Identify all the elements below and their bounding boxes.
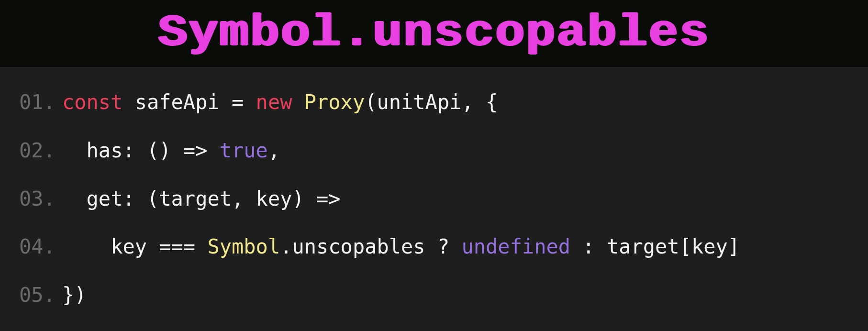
code-token: : target[key] — [570, 235, 740, 258]
code-token: const — [62, 90, 122, 114]
line-number: 01. — [19, 78, 62, 127]
code-token: = — [232, 90, 256, 114]
line-number: 02. — [19, 127, 62, 175]
code-token: new — [256, 90, 292, 114]
code-token: key — [62, 235, 159, 258]
slide-title: Symbol.unscopables — [158, 11, 710, 55]
code-text: key === Symbol.unscopables ? undefined :… — [62, 223, 740, 271]
code-line: 05.}) — [19, 271, 849, 320]
code-token: Symbol — [207, 235, 280, 258]
code-token: (unitApi, { — [365, 90, 498, 114]
code-token: ? — [437, 235, 462, 258]
code-token — [292, 90, 304, 114]
line-number: 05. — [19, 271, 62, 320]
code-token: Proxy — [304, 90, 365, 114]
line-number: 03. — [19, 175, 62, 223]
code-text: get: (target, key) => — [62, 175, 341, 223]
code-text: has: () => true, — [62, 127, 280, 175]
code-token: has: — [62, 139, 147, 162]
code-line: 02. has: () => true, — [19, 127, 849, 175]
code-token: () => — [147, 139, 220, 162]
code-token: }) — [62, 283, 87, 307]
code-token: , — [268, 139, 280, 162]
line-number: 04. — [19, 223, 62, 271]
code-token: safeApi — [122, 90, 232, 114]
code-token: true — [220, 139, 268, 162]
code-block: 01.const safeApi = new Proxy(unitApi, {0… — [0, 67, 868, 331]
title-bar: Symbol.unscopables — [0, 0, 868, 67]
code-text: }) — [62, 271, 87, 320]
slide: Symbol.unscopables 01.const safeApi = ne… — [0, 0, 868, 331]
code-token: get: — [62, 187, 147, 210]
code-line: 01.const safeApi = new Proxy(unitApi, { — [19, 78, 849, 127]
code-token: .unscopables — [280, 235, 437, 258]
code-line: 04. key === Symbol.unscopables ? undefin… — [19, 223, 849, 271]
code-token: (target, key) => — [147, 187, 341, 210]
code-token: undefined — [461, 235, 570, 258]
code-text: const safeApi = new Proxy(unitApi, { — [62, 78, 498, 127]
code-line: 03. get: (target, key) => — [19, 175, 849, 223]
code-token: === — [159, 235, 207, 258]
